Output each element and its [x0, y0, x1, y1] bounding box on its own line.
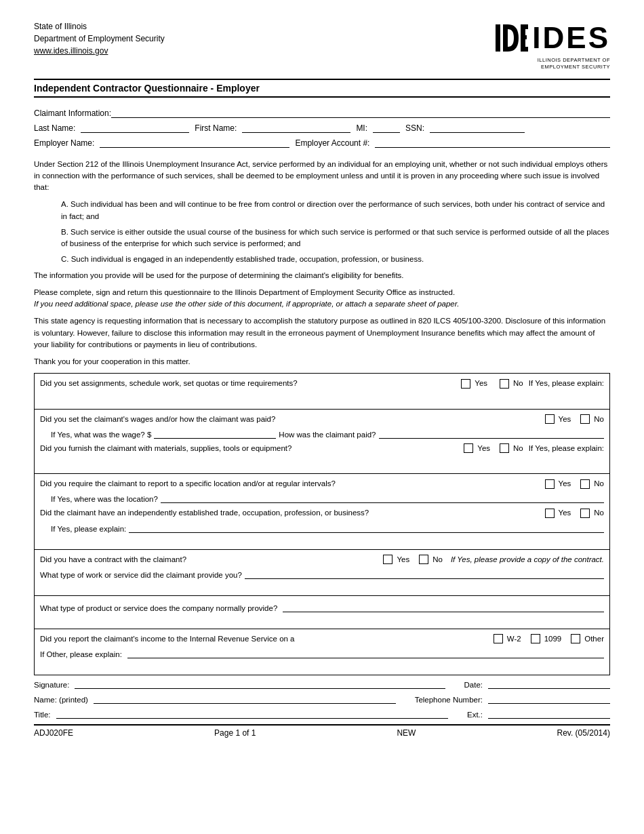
- footer-bar: ADJ020FE Page 1 of 1 NEW Rev. (05/2014): [34, 724, 610, 738]
- question-1-box: Did you set assignments, schedule work, …: [34, 373, 610, 409]
- employer-account-field[interactable]: [375, 137, 610, 148]
- sig-field[interactable]: [75, 678, 445, 689]
- wage-field[interactable]: [154, 428, 276, 439]
- question-5-yn: Yes No: [545, 507, 604, 519]
- q4-no-checkbox[interactable]: [580, 479, 590, 489]
- q5-explain-label: If Yes, please explain:: [51, 525, 126, 533]
- ssn-field[interactable]: [430, 122, 525, 133]
- logo-subtitle: ILLINOIS DEPARTMENT OF EMPLOYMENT SECURI…: [538, 57, 610, 71]
- q3-no-checkbox[interactable]: [500, 443, 509, 453]
- name-row: Last Name: First Name: MI: SSN:: [34, 122, 610, 133]
- sig-label: Signature:: [34, 681, 69, 689]
- ext-label: Ext.:: [467, 711, 483, 719]
- q7-answer-field[interactable]: [283, 601, 604, 612]
- question-1-row: Did you set assignments, schedule work, …: [40, 378, 604, 389]
- date-field[interactable]: [488, 678, 610, 689]
- q5-yes-label: Yes: [559, 507, 571, 519]
- q6-if-yes-italic: If Yes, please provide a copy of the con…: [451, 554, 604, 565]
- point-c: C. Such individual is engaged in an inde…: [61, 254, 610, 265]
- footer-status: NEW: [397, 728, 416, 738]
- question-6-box: Did you have a contract with the claiman…: [34, 550, 610, 596]
- question-5-explain: If Yes, please explain:: [51, 522, 604, 533]
- question-7-text: What type of product or service does the…: [40, 604, 277, 612]
- question-4-text: Did you require the claimant to report t…: [40, 478, 542, 490]
- form-title-bar: Independent Contractor Questionnaire - E…: [34, 79, 610, 98]
- first-name-field[interactable]: [242, 122, 350, 133]
- q6-yes-checkbox[interactable]: [383, 555, 393, 564]
- question-4-location: If Yes, where was the location?: [51, 492, 604, 503]
- location-field[interactable]: [161, 492, 604, 503]
- question-2-sub: If Yes, what was the wage? $ How was the…: [51, 428, 604, 439]
- question-6-yn: Yes No If Yes, please provide a copy of …: [383, 554, 604, 565]
- ides-logo-icon: [493, 20, 528, 56]
- question-5-text: Did the claimant have an independently e…: [40, 507, 542, 519]
- state-name: State of Illinois: [34, 20, 165, 33]
- logo-ides: IDES: [493, 20, 610, 56]
- q2-yes-checkbox[interactable]: [545, 414, 555, 424]
- first-name-label: First Name:: [195, 123, 237, 133]
- website-link: www.ides.illinois.gov: [34, 45, 165, 57]
- location-label: If Yes, where was the location?: [51, 495, 158, 503]
- claimant-info-label: Claimant Information:: [34, 108, 111, 118]
- q8-other-explain-label: If Other, please explain:: [40, 650, 122, 658]
- q8-other-explain-field[interactable]: [127, 648, 604, 658]
- question-8-row: Did you report the claimant's income to …: [40, 633, 604, 645]
- instructions-italic: If you need additional space, please use…: [34, 300, 459, 308]
- svg-rect-4: [521, 24, 528, 29]
- q1-no-label: No: [513, 378, 523, 389]
- sig-line-1: Signature: Date:: [34, 678, 610, 689]
- svg-rect-2: [503, 24, 508, 52]
- question-6-row: Did you have a contract with the claiman…: [40, 554, 604, 565]
- question-2-row: Did you set the claimant's wages and/or …: [40, 414, 604, 425]
- ext-field[interactable]: [488, 708, 610, 719]
- q3-if-yes-explain: If Yes, please explain:: [529, 443, 604, 454]
- question-2-text: Did you set the claimant's wages and/or …: [40, 414, 542, 425]
- telephone-field[interactable]: [488, 693, 610, 704]
- mi-field[interactable]: [373, 122, 400, 133]
- last-name-label: Last Name:: [34, 123, 75, 133]
- q1-yes-checkbox[interactable]: [461, 379, 470, 389]
- q8-1099-label: 1099: [544, 633, 562, 645]
- employer-account-label: Employer Account #:: [295, 138, 369, 148]
- q1-no-checkbox[interactable]: [500, 379, 509, 389]
- question-4-5-box: Did you require the claimant to report t…: [34, 474, 610, 550]
- question-1-yn: Yes No If Yes, please explain:: [461, 378, 604, 389]
- title-field[interactable]: [56, 708, 448, 719]
- question-8-text: Did you report the claimant's income to …: [40, 633, 491, 645]
- question-6-work-type: What type of work or service did the cla…: [40, 568, 604, 579]
- q6-yes-label: Yes: [397, 554, 409, 565]
- question-3-text: Did you furnish the claimant with materi…: [40, 443, 461, 454]
- q5-explain-field[interactable]: [129, 522, 604, 533]
- claimant-info-field[interactable]: [111, 107, 610, 118]
- section-212-text: Under Section 212 of the Illinois Unempl…: [34, 159, 610, 194]
- thank-you-text: Thank you for your cooperation in this m…: [34, 356, 610, 368]
- question-1-text: Did you set assignments, schedule work, …: [40, 378, 458, 389]
- work-type-field[interactable]: [245, 568, 604, 579]
- q8-w2-label: W-2: [507, 633, 521, 645]
- question-6-text: Did you have a contract with the claiman…: [40, 554, 380, 565]
- footer-revision: Rev. (05/2014): [557, 728, 610, 738]
- how-paid-field[interactable]: [379, 428, 604, 439]
- q8-other-checkbox[interactable]: [571, 634, 580, 643]
- q8-1099-checkbox[interactable]: [531, 634, 540, 643]
- q4-yes-checkbox[interactable]: [545, 479, 555, 489]
- logo-text: IDES: [532, 23, 610, 53]
- q6-no-checkbox[interactable]: [419, 555, 428, 564]
- instructions-text: Please complete, sign and return this qu…: [34, 287, 610, 311]
- mi-label: MI:: [356, 123, 367, 133]
- q5-yes-checkbox[interactable]: [545, 509, 555, 518]
- employer-name-field[interactable]: [100, 137, 289, 148]
- last-name-field[interactable]: [81, 122, 189, 133]
- q1-if-yes-explain: If Yes, please explain:: [529, 378, 604, 389]
- q3-yes-checkbox[interactable]: [464, 443, 473, 453]
- question-8-other-explain: If Other, please explain:: [40, 648, 604, 658]
- name-printed-field[interactable]: [94, 693, 396, 704]
- q1-yes-label: Yes: [475, 378, 487, 389]
- q2-yes-label: Yes: [559, 414, 571, 425]
- q4-no-label: No: [594, 478, 604, 490]
- question-8-options: W-2 1099 Other: [494, 633, 604, 645]
- q2-no-checkbox[interactable]: [580, 414, 590, 424]
- q8-w2-checkbox[interactable]: [494, 634, 503, 643]
- q5-no-checkbox[interactable]: [580, 509, 590, 518]
- footer-page-info: Page 1 of 1: [214, 728, 256, 738]
